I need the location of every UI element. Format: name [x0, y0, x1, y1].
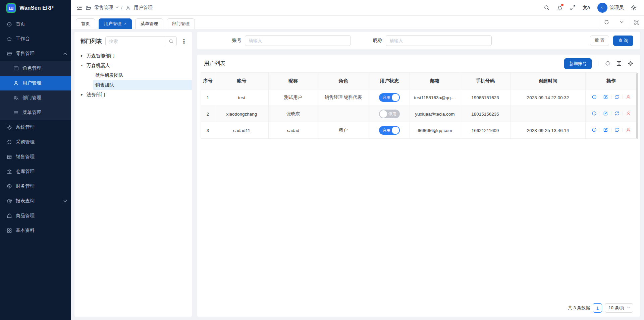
chevron-up-icon — [64, 53, 67, 56]
col-created: 创建时间 — [511, 73, 586, 89]
table-scrollbar[interactable] — [636, 73, 638, 139]
account-input[interactable] — [245, 35, 351, 46]
gear-icon — [7, 125, 12, 130]
page-size-select[interactable]: 10 条/页 — [605, 303, 633, 313]
reset-password-icon[interactable] — [614, 111, 620, 116]
sidebar-item-home[interactable]: 首页 — [0, 17, 71, 31]
reload-icon — [604, 19, 609, 25]
sidebar-item-finance[interactable]: 财务管理 — [0, 179, 71, 194]
sidebar-item-menus[interactable]: 菜单管理 — [0, 105, 71, 120]
menu-fold-icon[interactable] — [76, 5, 83, 11]
fullscreen-icon[interactable] — [570, 5, 576, 11]
edit-icon[interactable] — [603, 94, 608, 100]
sidebar-item-reports[interactable]: 报表查询 — [0, 194, 71, 208]
sync-icon — [7, 139, 12, 145]
sidebar-item-sales[interactable]: 销售管理 — [0, 149, 71, 164]
caret-right-icon[interactable]: ▶ — [79, 54, 85, 57]
tree-node-legal[interactable]: ▶ 法务部门 — [74, 90, 192, 100]
tab-list-dropdown[interactable] — [614, 15, 629, 29]
refresh-table-icon[interactable] — [605, 61, 610, 66]
search-button[interactable]: 查 询 — [613, 36, 633, 46]
department-search-button[interactable] — [166, 37, 176, 46]
reset-password-icon[interactable] — [614, 127, 620, 132]
page-1-button[interactable]: 1 — [593, 303, 602, 313]
col-nickname: 昵称 — [269, 73, 318, 89]
sidebar-item-workbench[interactable]: 工作台 — [0, 31, 71, 46]
maximize-icon — [634, 19, 640, 25]
tab-department-management[interactable]: 部门管理 — [167, 18, 195, 29]
refresh-tab-button[interactable] — [599, 15, 614, 29]
edit-icon[interactable] — [603, 127, 608, 132]
close-icon[interactable]: × — [124, 22, 126, 26]
status-toggle[interactable]: 启用 — [379, 126, 400, 135]
caret-down-icon[interactable]: ▼ — [79, 64, 85, 67]
sidebar-item-basic-data[interactable]: 基本资料 — [0, 223, 71, 238]
row-actions — [592, 94, 631, 100]
sidebar-item-products[interactable]: 商品管理 — [0, 208, 71, 223]
tree-node-wansen-smart[interactable]: ▶ 万森智能部门 — [74, 51, 192, 61]
tree-node-wansen-robot[interactable]: ▼ 万森机器人 — [74, 61, 192, 70]
sidebar-item-label: 首页 — [16, 21, 25, 27]
tab-home[interactable]: 首页 — [76, 18, 95, 29]
user-name: 管理员 — [609, 5, 624, 11]
filter-bar: 账号 昵称 重 置 查 询 — [197, 32, 640, 49]
breadcrumb-section[interactable]: 零售管理 — [94, 5, 113, 11]
tree-node-hardware-team[interactable]: 硬件研发团队 — [74, 70, 192, 80]
status-label: 启用 — [382, 128, 390, 133]
sidebar-item-system[interactable]: 系统管理 — [0, 120, 71, 135]
sidebar-item-label: 销售管理 — [16, 154, 35, 160]
search-icon[interactable] — [544, 5, 550, 11]
assign-user-icon[interactable] — [626, 111, 631, 116]
column-settings-gear-icon[interactable] — [628, 61, 633, 66]
more-vertical-icon[interactable]: ⋮ — [180, 39, 188, 44]
translate-icon[interactable]: 文A — [583, 5, 590, 11]
add-account-button[interactable]: 新增账号 — [564, 58, 592, 69]
reset-button[interactable]: 重 置 — [590, 36, 609, 46]
edit-icon[interactable] — [603, 111, 608, 116]
assign-user-icon[interactable] — [626, 127, 631, 132]
top-header: 零售管理 / 用户管理 文A 管理员 — [71, 0, 644, 16]
row-height-icon[interactable] — [616, 61, 622, 66]
info-icon[interactable] — [592, 127, 597, 132]
tab-user-management[interactable]: 用户管理 × — [99, 18, 132, 29]
nickname-input[interactable] — [386, 35, 492, 46]
maximize-content-button[interactable] — [629, 15, 644, 29]
status-toggle[interactable]: 停用 — [379, 110, 400, 118]
pagination-total: 共 3 条数据 — [568, 305, 590, 311]
tree-node-label: 法务部门 — [85, 92, 105, 98]
caret-right-icon[interactable]: ▶ — [79, 93, 85, 96]
sidebar-item-label: 菜单管理 — [22, 110, 41, 116]
tab-menu-management[interactable]: 菜单管理 — [135, 18, 163, 29]
department-tree: ▶ 万森智能部门 ▼ 万森机器人 硬件研发团队 销售团队 ▶ 法务部门 — [74, 50, 192, 100]
sidebar-item-retail[interactable]: 零售管理 — [0, 46, 71, 61]
assign-user-icon[interactable] — [626, 94, 631, 100]
notifications-button[interactable] — [557, 5, 563, 11]
sidebar-item-purchasing[interactable]: 采购管理 — [0, 135, 71, 149]
user-icon — [125, 5, 131, 10]
pagination: 共 3 条数据 1 10 条/页 — [568, 303, 633, 313]
money-icon — [7, 184, 12, 189]
brand: Ш WanSen ERP — [0, 0, 71, 16]
breadcrumb-page: 用户管理 — [134, 5, 153, 11]
info-icon[interactable] — [592, 94, 597, 100]
search-icon — [169, 39, 174, 44]
shop-icon — [7, 154, 12, 159]
grid-icon — [7, 228, 12, 233]
tree-node-sales-team[interactable]: 销售团队 — [74, 80, 192, 90]
menu-lines-icon — [13, 110, 19, 115]
info-icon[interactable] — [592, 111, 597, 116]
settings-gear-icon[interactable] — [631, 5, 637, 11]
reset-password-icon[interactable] — [614, 94, 620, 100]
sidebar-item-roles[interactable]: 角色管理 — [0, 61, 71, 76]
sidebar-item-warehouse[interactable]: 仓库管理 — [0, 164, 71, 179]
status-toggle[interactable]: 启用 — [379, 93, 400, 102]
chevron-down-icon — [620, 20, 623, 23]
tab-bar: 首页 用户管理 × 菜单管理 部门管理 — [71, 16, 644, 29]
user-menu[interactable]: 管理员 — [597, 3, 624, 13]
bag-icon — [7, 213, 12, 218]
sidebar-item-departments[interactable]: 部门管理 — [0, 90, 71, 105]
col-account: 账号 — [215, 73, 269, 89]
department-search-input[interactable] — [106, 37, 166, 46]
sidebar-item-label: 系统管理 — [16, 124, 35, 130]
sidebar-item-users[interactable]: 用户管理 — [0, 76, 71, 90]
